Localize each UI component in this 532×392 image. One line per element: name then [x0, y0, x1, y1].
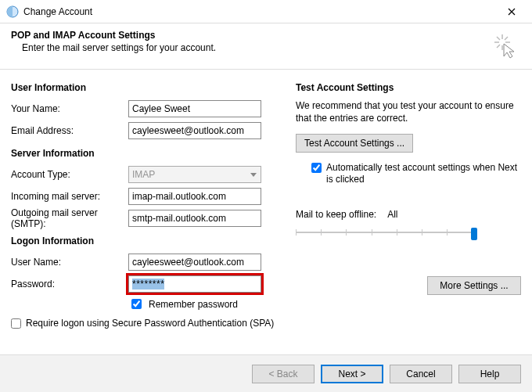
label-account-type: Account Type:	[11, 169, 128, 180]
remember-password-checkbox[interactable]	[131, 299, 142, 309]
your-name-input[interactable]	[128, 100, 261, 117]
username-input[interactable]	[128, 254, 261, 271]
app-icon	[6, 5, 19, 18]
label-incoming: Incoming mail server:	[11, 191, 128, 202]
slider-thumb[interactable]	[471, 228, 477, 240]
section-test: Test Account Settings	[296, 82, 521, 93]
mail-offline-area: Mail to keep offline: All	[296, 209, 521, 240]
require-spa-checkbox[interactable]	[11, 318, 21, 329]
more-settings-button[interactable]: More Settings ...	[427, 276, 521, 295]
label-auto-test: Automatically test account settings when…	[326, 162, 521, 185]
test-description: We recommend that you test your account …	[296, 99, 521, 124]
mail-offline-slider[interactable]	[296, 225, 476, 240]
titlebar: Change Account	[0, 0, 532, 23]
close-button[interactable]	[494, 0, 529, 23]
account-type-select: IMAP	[128, 166, 261, 183]
label-email: Email Address:	[11, 125, 128, 136]
password-highlight: ********	[128, 275, 261, 293]
label-require-spa: Require logon using Secure Password Auth…	[26, 318, 277, 329]
close-icon	[508, 8, 516, 16]
next-button[interactable]: Next >	[321, 365, 383, 383]
email-input[interactable]	[128, 122, 261, 139]
label-your-name: Your Name:	[11, 103, 128, 114]
cursor-icon	[490, 30, 521, 61]
right-column: Test Account Settings We recommend that …	[296, 82, 521, 334]
test-account-settings-button[interactable]: Test Account Settings ...	[296, 134, 413, 153]
label-remember-password: Remember password	[149, 299, 238, 310]
wizard-body: User Information Your Name: Email Addres…	[0, 70, 532, 334]
label-username: User Name:	[11, 257, 128, 268]
svg-line-8	[497, 45, 500, 48]
label-outgoing: Outgoing mail server (SMTP):	[11, 207, 128, 229]
section-user-info: User Information	[11, 82, 277, 93]
incoming-server-input[interactable]	[128, 188, 261, 205]
section-logon-info: Logon Information	[11, 236, 277, 246]
svg-line-5	[497, 37, 500, 40]
left-column: User Information Your Name: Email Addres…	[11, 82, 277, 334]
header-subtitle: Enter the mail server settings for your …	[22, 42, 490, 53]
auto-test-checkbox[interactable]	[311, 163, 322, 173]
mail-offline-value: All	[387, 209, 397, 220]
outgoing-server-input[interactable]	[128, 210, 261, 227]
wizard-footer: < Back Next > Cancel Help	[0, 354, 532, 392]
svg-line-7	[505, 37, 508, 40]
back-button: < Back	[252, 365, 315, 383]
label-mail-offline: Mail to keep offline:	[296, 209, 376, 220]
help-button[interactable]: Help	[458, 365, 521, 383]
label-password: Password:	[11, 279, 128, 290]
password-input[interactable]: ********	[128, 275, 261, 293]
header-title: POP and IMAP Account Settings	[11, 30, 490, 41]
window-title: Change Account	[23, 6, 494, 17]
wizard-header: POP and IMAP Account Settings Enter the …	[0, 23, 532, 70]
cancel-button[interactable]: Cancel	[390, 365, 452, 383]
section-server-info: Server Information	[11, 148, 277, 159]
